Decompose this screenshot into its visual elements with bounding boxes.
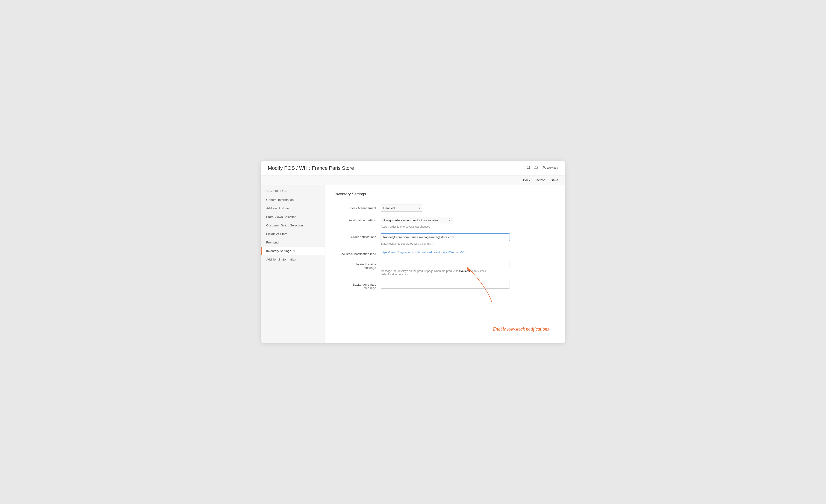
sidebar-item-label: General Information: [266, 198, 294, 201]
in-stock-message-row: In stock statusmessage Message that disp…: [335, 261, 556, 276]
sidebar-item-customer-group[interactable]: Customer Group Selection: [261, 221, 325, 230]
sidebar-item-general-information[interactable]: General Information: [261, 196, 325, 204]
stock-management-select-wrapper: Enabled Disabled ▾: [381, 204, 422, 212]
main-layout: POINT OF SALE General Information Addres…: [261, 185, 565, 343]
svg-point-0: [527, 166, 530, 169]
bell-button[interactable]: [534, 166, 538, 171]
assignation-hint: Assign order to one/several warehouses: [381, 225, 510, 228]
sidebar-item-label: Address & Hours: [266, 207, 290, 210]
sidebar-item-inventory-settings[interactable]: Inventory Settings ✎: [261, 247, 325, 255]
annotation-area: Enable low-stock notifications: [335, 295, 556, 336]
sidebar-item-frontend[interactable]: Frontend: [261, 238, 325, 247]
user-menu[interactable]: admin ▾: [542, 166, 558, 171]
page-title: Modify POS / WH : France Paris Store: [268, 165, 354, 171]
assignation-method-field: Assign orders when product is available …: [381, 217, 510, 228]
low-stock-rss-link[interactable]: https://demo2.wyomind.com/advancedinvent…: [381, 251, 466, 254]
sidebar-section-title: POINT OF SALE: [261, 190, 325, 196]
action-bar: ← Back Delete Save: [261, 176, 565, 185]
top-bar-icons: admin ▾: [526, 166, 558, 171]
backorder-status-input[interactable]: [381, 281, 510, 289]
stock-management-label: Stock Management: [335, 204, 381, 210]
search-button[interactable]: [526, 166, 531, 171]
top-bar: Modify POS / WH : France Paris Store: [261, 161, 565, 176]
annotation-text: Enable low-stock notifications: [493, 326, 549, 332]
low-stock-feed-row: Low stock notification feed https://demo…: [335, 250, 556, 256]
backorder-status-row: Backorder statusmessage: [335, 281, 556, 290]
assignation-method-select-wrapper: Assign orders when product is available …: [381, 217, 452, 224]
edit-icon: ✎: [293, 249, 295, 252]
sidebar-item-label: Inventory Settings: [266, 249, 291, 253]
sidebar-item-pickup[interactable]: Pickup At Store: [261, 230, 325, 238]
order-notifications-row: Order notifications Email recipients sep…: [335, 233, 556, 245]
sidebar-item-label: Pickup At Store: [266, 232, 287, 236]
content-area: Inventory Settings Stock Management Enab…: [326, 185, 565, 343]
user-name-label: admin: [547, 166, 556, 170]
save-button[interactable]: Save: [550, 178, 558, 182]
stock-management-field: Enabled Disabled ▾: [381, 204, 510, 212]
low-stock-feed-field: https://demo2.wyomind.com/advancedinvent…: [381, 250, 510, 254]
order-notifications-label: Order notifications: [335, 233, 381, 239]
svg-point-2: [543, 166, 545, 168]
user-icon: [542, 166, 546, 171]
svg-line-1: [529, 168, 530, 169]
bell-icon: [534, 166, 538, 171]
sidebar-item-label: Store Views Selection: [266, 215, 296, 218]
back-button[interactable]: ← Back: [519, 178, 530, 182]
main-card: Modify POS / WH : France Paris Store: [261, 161, 565, 343]
sidebar-item-address-hours[interactable]: Address & Hours: [261, 204, 325, 212]
assignation-method-label: Assignation method: [335, 217, 381, 222]
order-notifications-hint: Email recipients separated with a comma …: [381, 242, 510, 245]
order-notifications-input[interactable]: [381, 233, 510, 241]
stock-management-row: Stock Management Enabled Disabled ▾: [335, 204, 556, 212]
sidebar-item-label: Additional information: [266, 258, 296, 261]
chevron-down-icon: ▾: [557, 167, 558, 170]
sidebar: POINT OF SALE General Information Addres…: [261, 185, 326, 343]
in-stock-message-label: In stock statusmessage: [335, 261, 381, 269]
inventory-settings-title: Inventory Settings: [335, 192, 556, 200]
order-notifications-field: Email recipients separated with a comma …: [381, 233, 510, 245]
backorder-status-label: Backorder statusmessage: [335, 281, 381, 290]
stock-management-select[interactable]: Enabled Disabled: [381, 204, 422, 212]
assignation-method-row: Assignation method Assign orders when pr…: [335, 217, 556, 228]
sidebar-item-label: Customer Group Selection: [266, 224, 303, 227]
sidebar-item-additional-information[interactable]: Additional information: [261, 255, 325, 264]
sidebar-item-store-views[interactable]: Store Views Selection: [261, 212, 325, 221]
in-stock-message-field: Message that displays on the product pag…: [381, 261, 510, 276]
in-stock-hint: Message that displays on the product pag…: [381, 269, 510, 276]
backorder-status-field: [381, 281, 510, 289]
low-stock-feed-label: Low stock notification feed: [335, 250, 381, 256]
sidebar-item-label: Frontend: [266, 241, 279, 244]
search-icon: [526, 166, 531, 171]
in-stock-message-input[interactable]: [381, 261, 510, 268]
assignation-method-select[interactable]: Assign orders when product is available …: [381, 217, 452, 224]
delete-button[interactable]: Delete: [536, 178, 545, 182]
